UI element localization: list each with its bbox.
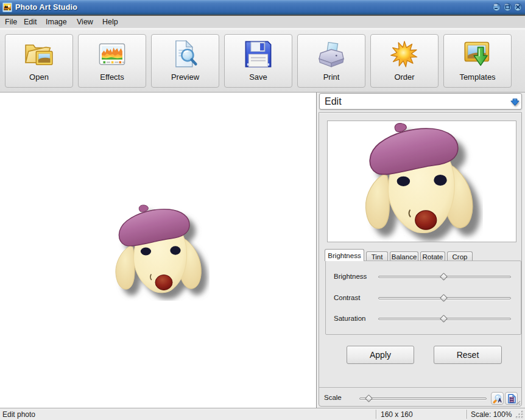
maximize-button[interactable] [504, 3, 512, 11]
preview-button[interactable]: Preview [151, 34, 219, 88]
open-button[interactable]: Open [5, 34, 73, 88]
window-title: Photo Art Studio [15, 0, 77, 15]
saturation-label: Saturation [334, 315, 365, 322]
apply-button[interactable]: Apply [347, 346, 414, 364]
menu-view[interactable]: View [77, 18, 93, 26]
status-separator [376, 410, 376, 419]
open-folder-icon [25, 40, 53, 68]
templates-button[interactable]: Templates [443, 34, 512, 88]
menu-bar: File Edit Image View Help [0, 16, 525, 29]
tab-balance[interactable]: Balance [390, 251, 418, 261]
contrast-label: Contrast [334, 294, 360, 301]
toolbar-button-label: Effects [100, 72, 124, 82]
contrast-slider[interactable] [378, 297, 511, 299]
status-scale: Scale: 100% [471, 410, 512, 419]
panel-title: Edit [325, 94, 342, 109]
saturation-slider-row: Saturation [326, 313, 521, 325]
tab-brightness[interactable]: Brightness [325, 249, 364, 261]
edit-panel-header[interactable]: Edit [319, 93, 522, 110]
tab-bar: Brightness Tint Balance Rotate Crop [325, 249, 517, 261]
dog-photo[interactable] [112, 203, 210, 301]
title-bar[interactable]: Photo Art Studio [0, 0, 525, 15]
window-resize-grip[interactable] [515, 410, 524, 419]
toolbar-button-label: Preview [171, 72, 199, 82]
app-window: Photo Art Studio [0, 0, 525, 420]
saturation-slider-thumb[interactable] [440, 315, 448, 323]
brightness-group: Brightness Contrast Saturation [325, 261, 521, 335]
order-button[interactable]: Order [370, 34, 439, 88]
close-button[interactable] [514, 3, 522, 11]
preview-box [327, 121, 516, 242]
save-button[interactable]: Save [224, 34, 292, 88]
panel-buttons: Apply Reset [319, 346, 523, 364]
photo-canvas[interactable] [0, 93, 316, 408]
menu-image[interactable]: Image [46, 18, 67, 26]
brightness-slider-row: Brightness [326, 271, 521, 283]
panel-resize-grip[interactable] [515, 399, 521, 405]
effects-icon [98, 40, 126, 68]
window-controls [493, 3, 522, 11]
menu-help[interactable]: Help [102, 18, 118, 26]
toolbar: Open Effects [0, 29, 525, 93]
scale-slider[interactable] [359, 397, 487, 400]
saturation-slider[interactable] [378, 318, 511, 320]
scale-row: Scale [319, 387, 521, 406]
main-area: Edit Brightness Tint Balance Rotate Crop [0, 93, 525, 408]
zoom-actual-icon [493, 394, 502, 404]
tab-rotate[interactable]: Rotate [420, 251, 445, 261]
panel-divider [316, 93, 317, 408]
menu-file[interactable]: File [5, 18, 17, 26]
toolbar-button-label: Print [323, 72, 340, 82]
minimize-button[interactable] [493, 3, 501, 11]
app-icon [2, 2, 12, 12]
reset-button[interactable]: Reset [434, 346, 502, 364]
toolbar-button-label: Save [249, 72, 267, 82]
toolbar-button-label: Templates [459, 72, 495, 82]
status-image-size: 160 x 160 [381, 410, 413, 419]
preview-dog-photo [361, 121, 483, 242]
brightness-slider-thumb[interactable] [440, 273, 448, 281]
edit-panel: Brightness Tint Balance Rotate Crop Brig… [319, 112, 522, 407]
tab-tint[interactable]: Tint [366, 251, 388, 261]
scale-label: Scale [324, 394, 342, 401]
blue-down-arrow-icon[interactable] [510, 99, 520, 106]
menu-edit[interactable]: Edit [24, 18, 37, 26]
templates-icon [463, 40, 492, 68]
brightness-slider[interactable] [378, 276, 511, 278]
order-sun-icon [390, 40, 418, 68]
print-icon [317, 40, 345, 68]
status-message: Edit photo [2, 410, 35, 419]
save-floppy-icon [244, 40, 272, 68]
status-separator [467, 410, 467, 419]
contrast-slider-thumb[interactable] [440, 294, 448, 302]
contrast-slider-row: Contrast [326, 292, 521, 304]
effects-button[interactable]: Effects [78, 34, 146, 88]
status-bar: Edit photo 160 x 160 Scale: 100% [0, 408, 525, 420]
print-button[interactable]: Print [297, 34, 365, 88]
preview-icon [171, 40, 199, 68]
toolbar-button-label: Order [394, 72, 414, 82]
toolbar-button-label: Open [29, 72, 49, 82]
brightness-label: Brightness [334, 273, 367, 280]
scale-slider-thumb[interactable] [365, 394, 373, 402]
tab-crop[interactable]: Crop [447, 251, 473, 261]
zoom-actual-button[interactable] [491, 392, 504, 405]
